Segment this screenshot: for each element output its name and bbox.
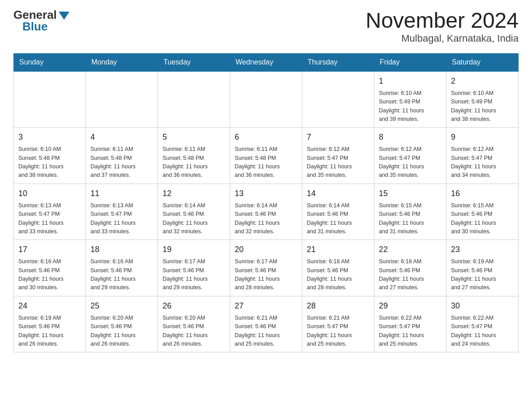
day-number: 24 [18, 300, 81, 312]
calendar-week-2: 3Sunrise: 6:10 AMSunset: 5:48 PMDaylight… [14, 128, 519, 184]
day-number: 3 [18, 131, 81, 143]
logo-blue-text: Blue [22, 21, 47, 32]
weekday-header-monday: Monday [86, 53, 158, 71]
calendar-cell [14, 71, 86, 128]
day-info: Sunrise: 6:16 AMSunset: 5:46 PMDaylight:… [90, 257, 153, 292]
calendar-cell: 2Sunrise: 6:10 AMSunset: 5:49 PMDaylight… [446, 71, 519, 128]
calendar-cell [86, 71, 158, 128]
calendar-cell: 12Sunrise: 6:14 AMSunset: 5:46 PMDayligh… [158, 184, 230, 240]
calendar-cell [158, 71, 230, 128]
day-info: Sunrise: 6:14 AMSunset: 5:46 PMDaylight:… [163, 201, 225, 236]
calendar-cell: 8Sunrise: 6:12 AMSunset: 5:47 PMDaylight… [374, 128, 446, 184]
weekday-header-tuesday: Tuesday [158, 53, 230, 71]
calendar-cell: 27Sunrise: 6:21 AMSunset: 5:46 PMDayligh… [230, 296, 302, 352]
logo-general-text: General [13, 9, 57, 21]
day-number: 9 [451, 131, 514, 143]
day-info: Sunrise: 6:22 AMSunset: 5:47 PMDaylight:… [451, 314, 514, 349]
title-section: November 2024 Mulbagal, Karnataka, India [365, 9, 519, 44]
weekday-header-sunday: Sunday [14, 53, 86, 71]
calendar-cell: 30Sunrise: 6:22 AMSunset: 5:47 PMDayligh… [446, 296, 519, 352]
day-number: 25 [90, 300, 153, 312]
day-info: Sunrise: 6:20 AMSunset: 5:46 PMDaylight:… [90, 314, 153, 349]
calendar-cell [230, 71, 302, 128]
day-number: 30 [451, 300, 514, 312]
day-number: 17 [18, 244, 81, 256]
day-info: Sunrise: 6:14 AMSunset: 5:46 PMDaylight:… [307, 201, 369, 236]
day-info: Sunrise: 6:11 AMSunset: 5:48 PMDaylight:… [163, 145, 225, 180]
weekday-header-wednesday: Wednesday [230, 53, 302, 71]
day-info: Sunrise: 6:10 AMSunset: 5:49 PMDaylight:… [379, 89, 442, 124]
day-info: Sunrise: 6:17 AMSunset: 5:46 PMDaylight:… [235, 257, 297, 292]
day-info: Sunrise: 6:19 AMSunset: 5:46 PMDaylight:… [451, 257, 514, 292]
calendar-cell: 22Sunrise: 6:18 AMSunset: 5:46 PMDayligh… [374, 240, 446, 296]
calendar-cell: 16Sunrise: 6:15 AMSunset: 5:46 PMDayligh… [446, 184, 519, 240]
day-info: Sunrise: 6:21 AMSunset: 5:46 PMDaylight:… [235, 314, 297, 349]
day-number: 6 [235, 131, 297, 143]
calendar-header: SundayMondayTuesdayWednesdayThursdayFrid… [14, 53, 519, 71]
day-number: 15 [379, 188, 442, 200]
calendar-cell: 18Sunrise: 6:16 AMSunset: 5:46 PMDayligh… [86, 240, 158, 296]
day-number: 10 [18, 188, 81, 200]
day-number: 8 [379, 131, 442, 143]
calendar-cell: 11Sunrise: 6:13 AMSunset: 5:47 PMDayligh… [86, 184, 158, 240]
day-info: Sunrise: 6:18 AMSunset: 5:46 PMDaylight:… [379, 257, 442, 292]
day-number: 27 [235, 300, 297, 312]
weekday-header-thursday: Thursday [302, 53, 374, 71]
day-number: 1 [379, 75, 442, 87]
day-info: Sunrise: 6:22 AMSunset: 5:47 PMDaylight:… [379, 314, 442, 349]
calendar-week-4: 17Sunrise: 6:16 AMSunset: 5:46 PMDayligh… [14, 240, 519, 296]
calendar-cell: 25Sunrise: 6:20 AMSunset: 5:46 PMDayligh… [86, 296, 158, 352]
calendar-body: 1Sunrise: 6:10 AMSunset: 5:49 PMDaylight… [14, 71, 519, 352]
day-number: 22 [379, 244, 442, 256]
day-number: 26 [163, 300, 225, 312]
calendar-cell: 29Sunrise: 6:22 AMSunset: 5:47 PMDayligh… [374, 296, 446, 352]
day-info: Sunrise: 6:11 AMSunset: 5:48 PMDaylight:… [90, 145, 153, 180]
calendar-cell: 26Sunrise: 6:20 AMSunset: 5:46 PMDayligh… [158, 296, 230, 352]
calendar-cell: 13Sunrise: 6:14 AMSunset: 5:46 PMDayligh… [230, 184, 302, 240]
location-title: Mulbagal, Karnataka, India [365, 33, 519, 44]
day-info: Sunrise: 6:18 AMSunset: 5:46 PMDaylight:… [307, 257, 369, 292]
month-title: November 2024 [365, 9, 519, 33]
calendar-cell: 19Sunrise: 6:17 AMSunset: 5:46 PMDayligh… [158, 240, 230, 296]
calendar-cell: 9Sunrise: 6:12 AMSunset: 5:47 PMDaylight… [446, 128, 519, 184]
calendar-cell: 24Sunrise: 6:19 AMSunset: 5:46 PMDayligh… [14, 296, 86, 352]
day-info: Sunrise: 6:20 AMSunset: 5:46 PMDaylight:… [163, 314, 225, 349]
weekday-header-saturday: Saturday [446, 53, 519, 71]
day-number: 19 [163, 244, 225, 256]
calendar-cell [302, 71, 374, 128]
calendar-cell: 1Sunrise: 6:10 AMSunset: 5:49 PMDaylight… [374, 71, 446, 128]
calendar-cell: 17Sunrise: 6:16 AMSunset: 5:46 PMDayligh… [14, 240, 86, 296]
day-number: 21 [307, 244, 369, 256]
weekday-row: SundayMondayTuesdayWednesdayThursdayFrid… [14, 53, 519, 71]
day-info: Sunrise: 6:21 AMSunset: 5:47 PMDaylight:… [307, 314, 369, 349]
day-number: 4 [90, 131, 153, 143]
page-header: General Blue November 2024 Mulbagal, Kar… [13, 9, 519, 44]
day-info: Sunrise: 6:15 AMSunset: 5:46 PMDaylight:… [379, 201, 442, 236]
calendar-cell: 15Sunrise: 6:15 AMSunset: 5:46 PMDayligh… [374, 184, 446, 240]
day-number: 29 [379, 300, 442, 312]
day-info: Sunrise: 6:12 AMSunset: 5:47 PMDaylight:… [379, 145, 442, 180]
day-info: Sunrise: 6:12 AMSunset: 5:47 PMDaylight:… [451, 145, 514, 180]
day-info: Sunrise: 6:10 AMSunset: 5:49 PMDaylight:… [451, 89, 514, 124]
calendar-cell: 21Sunrise: 6:18 AMSunset: 5:46 PMDayligh… [302, 240, 374, 296]
day-number: 7 [307, 131, 369, 143]
calendar-table: SundayMondayTuesdayWednesdayThursdayFrid… [13, 53, 519, 353]
calendar-cell: 3Sunrise: 6:10 AMSunset: 5:48 PMDaylight… [14, 128, 86, 184]
day-info: Sunrise: 6:13 AMSunset: 5:47 PMDaylight:… [18, 201, 81, 236]
day-info: Sunrise: 6:12 AMSunset: 5:47 PMDaylight:… [307, 145, 369, 180]
day-number: 5 [163, 131, 225, 143]
calendar-cell: 6Sunrise: 6:11 AMSunset: 5:48 PMDaylight… [230, 128, 302, 184]
calendar-cell: 23Sunrise: 6:19 AMSunset: 5:46 PMDayligh… [446, 240, 519, 296]
day-number: 20 [235, 244, 297, 256]
day-info: Sunrise: 6:14 AMSunset: 5:46 PMDaylight:… [235, 201, 297, 236]
calendar-week-5: 24Sunrise: 6:19 AMSunset: 5:46 PMDayligh… [14, 296, 519, 352]
day-info: Sunrise: 6:16 AMSunset: 5:46 PMDaylight:… [18, 257, 81, 292]
day-info: Sunrise: 6:17 AMSunset: 5:46 PMDaylight:… [163, 257, 225, 292]
logo-triangle-icon [59, 12, 69, 20]
day-number: 16 [451, 188, 514, 200]
day-info: Sunrise: 6:15 AMSunset: 5:46 PMDaylight:… [451, 201, 514, 236]
day-number: 11 [90, 188, 153, 200]
logo: General Blue [13, 9, 69, 32]
calendar-cell: 14Sunrise: 6:14 AMSunset: 5:46 PMDayligh… [302, 184, 374, 240]
calendar-cell: 5Sunrise: 6:11 AMSunset: 5:48 PMDaylight… [158, 128, 230, 184]
